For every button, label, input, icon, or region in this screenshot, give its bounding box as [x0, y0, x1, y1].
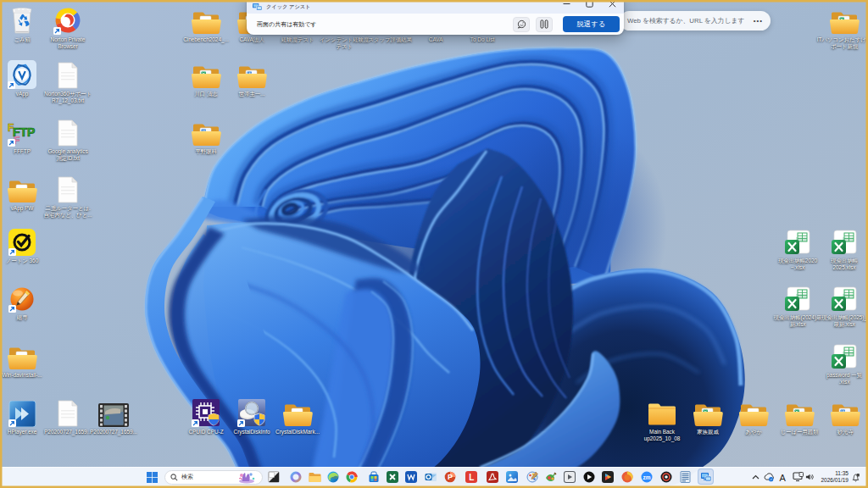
svg-text:P: P — [448, 473, 453, 481]
svg-text:zm: zm — [643, 474, 651, 480]
svg-text:L: L — [469, 473, 474, 482]
svg-text:A: A — [780, 473, 787, 483]
